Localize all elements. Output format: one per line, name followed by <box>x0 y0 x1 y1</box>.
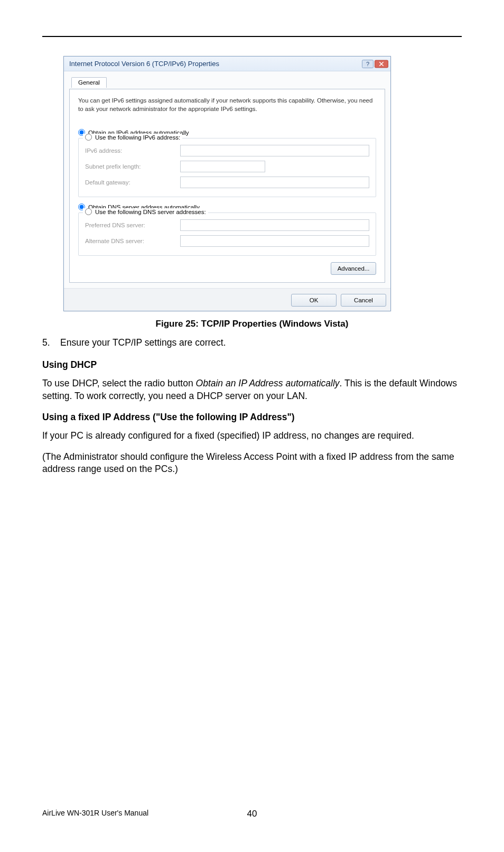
window-title: Internet Protocol Version 6 (TCP/IPv6) P… <box>69 60 219 68</box>
page-number: 40 <box>247 809 257 819</box>
tab-panel: You can get IPv6 settings assigned autom… <box>69 89 385 283</box>
ok-button[interactable]: OK <box>291 294 337 307</box>
label-gateway: Default gateway: <box>85 179 180 186</box>
dialog-screenshot: Internet Protocol Version 6 (TCP/IPv6) P… <box>63 56 441 311</box>
tab-strip: General <box>69 76 385 89</box>
heading-fixed: Using a fixed IP Address ("Use the follo… <box>42 411 462 424</box>
para-admin: (The Administrator should configure the … <box>42 451 462 476</box>
footer-manual-title: AirLive WN-301R User's Manual <box>42 809 148 817</box>
radio-dns-manual-input[interactable] <box>85 208 92 215</box>
input-prefix[interactable] <box>180 161 265 172</box>
radio-ip-manual[interactable]: Use the following IPv6 address: <box>83 134 182 141</box>
input-alt-dns[interactable] <box>180 235 369 247</box>
step-5-number: 5. <box>42 337 60 349</box>
titlebar: Internet Protocol Version 6 (TCP/IPv6) P… <box>64 57 390 71</box>
tab-general[interactable]: General <box>71 77 107 88</box>
page-content: 5. Ensure your TCP/IP settings are corre… <box>42 337 462 476</box>
para-dhcp-italic: Obtain an IP Address automatically <box>196 378 340 388</box>
input-ipv6-address[interactable] <box>180 145 369 156</box>
heading-dhcp: Using DHCP <box>42 359 462 372</box>
radio-ip-manual-input[interactable] <box>85 134 92 141</box>
label-prefix: Subnet prefix length: <box>85 163 180 170</box>
dialog-footer: OK Cancel <box>64 288 390 311</box>
fieldset-dns: Use the following DNS server addresses: … <box>78 212 376 256</box>
dialog-body: General You can get IPv6 settings assign… <box>64 71 390 288</box>
fieldset-ip: Use the following IPv6 address: IPv6 add… <box>78 138 376 197</box>
figure-caption: Figure 25: TCP/IP Properties (Windows Vi… <box>42 319 462 329</box>
step-5-text: Ensure your TCP/IP settings are correct. <box>60 337 226 349</box>
header-rule <box>42 36 462 37</box>
para-dhcp: To use DHCP, select the radio button Obt… <box>42 377 462 402</box>
svg-text:?: ? <box>366 61 369 67</box>
advanced-row: Advanced... <box>78 262 376 275</box>
para-dhcp-a: To use DHCP, select the radio button <box>42 378 196 388</box>
titlebar-buttons: ? <box>361 59 388 69</box>
step-5: 5. Ensure your TCP/IP settings are corre… <box>42 337 462 349</box>
cancel-button[interactable]: Cancel <box>341 294 386 307</box>
label-alt-dns: Alternate DNS server: <box>85 238 180 244</box>
input-gateway[interactable] <box>180 177 369 188</box>
radio-ip-manual-label: Use the following IPv6 address: <box>95 134 180 141</box>
page-footer: AirLive WN-301R User's Manual 40 <box>42 809 462 817</box>
advanced-button[interactable]: Advanced... <box>331 262 376 275</box>
dialog-window: Internet Protocol Version 6 (TCP/IPv6) P… <box>63 56 391 311</box>
close-icon[interactable] <box>375 59 388 69</box>
intro-text: You can get IPv6 settings assigned autom… <box>78 97 376 113</box>
para-fixed: If your PC is already configured for a f… <box>42 430 462 442</box>
input-pref-dns[interactable] <box>180 219 369 231</box>
radio-dns-manual[interactable]: Use the following DNS server addresses: <box>83 208 208 215</box>
label-pref-dns: Preferred DNS server: <box>85 222 180 228</box>
label-ipv6-address: IPv6 address: <box>85 147 180 154</box>
radio-dns-manual-label: Use the following DNS server addresses: <box>95 209 206 215</box>
help-icon[interactable]: ? <box>361 59 375 69</box>
